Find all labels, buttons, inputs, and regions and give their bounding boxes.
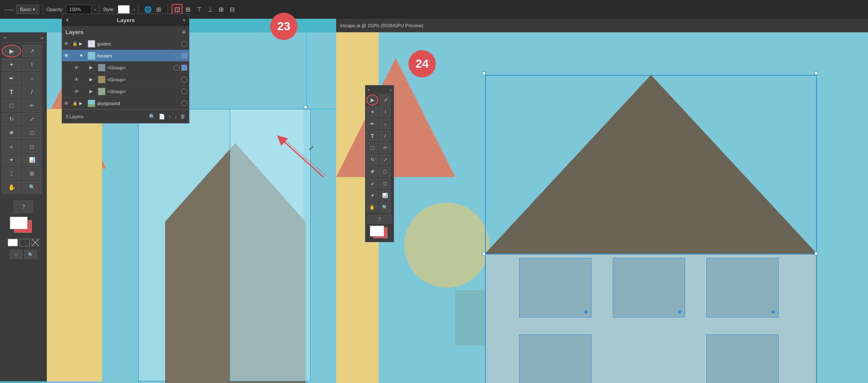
- r-handle-mr[interactable]: [814, 252, 818, 255]
- fill-indicator[interactable]: [8, 239, 18, 246]
- mini-hand-btn[interactable]: ✋: [366, 202, 378, 213]
- mini-type-btn[interactable]: T: [366, 130, 378, 141]
- selection-tool-btn[interactable]: ▶: [2, 45, 21, 57]
- mini-free-btn[interactable]: ⬡: [379, 166, 391, 177]
- layer-eye-g1[interactable]: 👁: [74, 65, 83, 71]
- layer-name-houses[interactable]: houses: [97, 53, 172, 58]
- stroke-style-dropdown[interactable]: Basic ▾: [16, 5, 39, 14]
- rect-btn[interactable]: □: [2, 99, 21, 112]
- hand-btn[interactable]: ✋: [2, 181, 21, 194]
- mini-toolbar-close[interactable]: ×: [367, 87, 370, 92]
- mini-direct-sel-btn[interactable]: ↗: [379, 94, 391, 106]
- r-handle-tl[interactable]: [482, 71, 485, 75]
- layer-name-guides[interactable]: guides: [97, 41, 180, 46]
- layer-eye-guides[interactable]: 👁: [64, 41, 72, 47]
- line-btn[interactable]: /: [22, 86, 42, 98]
- scale-btn[interactable]: ⤢: [22, 113, 42, 126]
- layers-close-btn[interactable]: ×: [66, 17, 69, 23]
- layer-row-group3[interactable]: 👁 ▶ <Group>: [62, 86, 189, 97]
- distribute-btn[interactable]: ⊟: [227, 4, 238, 15]
- layers-menu-btn[interactable]: ≡: [182, 29, 186, 35]
- move-cursor-icon: ⤢: [308, 144, 314, 152]
- mini-anchor-btn[interactable]: ⬦: [379, 118, 391, 129]
- mini-rect-btn[interactable]: □: [366, 142, 378, 153]
- toolbar-expand-icon[interactable]: »: [40, 35, 43, 41]
- slice-btn[interactable]: ⌶: [2, 167, 21, 180]
- anchor-btn[interactable]: ⬦: [22, 72, 42, 85]
- layer-name-g3[interactable]: <Group>: [107, 89, 180, 94]
- layer-arrow-sky[interactable]: ▶: [79, 101, 86, 106]
- question-btn[interactable]: ?: [14, 200, 33, 213]
- chart-btn[interactable]: 📊: [22, 154, 42, 166]
- eyedropper-btn[interactable]: ✦: [2, 154, 21, 166]
- slice-select-btn[interactable]: ⊞: [22, 167, 42, 180]
- layer-row-guides[interactable]: 👁 🔒 ▶ guides: [62, 38, 189, 50]
- r-handle-tr[interactable]: [814, 71, 818, 75]
- mini-toolbar-expand[interactable]: »: [389, 87, 392, 92]
- mini-brush-btn[interactable]: ✏: [379, 142, 391, 153]
- mini-scale-btn[interactable]: ⤢: [379, 154, 391, 165]
- layer-lock-sky[interactable]: 🔒: [72, 101, 79, 106]
- view-preview-btn[interactable]: 🔍: [24, 250, 37, 259]
- mini-sym-btn[interactable]: ❋: [366, 166, 378, 177]
- layer-name-sky[interactable]: sky/ground: [97, 101, 180, 106]
- layer-arrow-g3[interactable]: ▶: [89, 89, 96, 94]
- toolbar-close-icon[interactable]: ×: [3, 35, 6, 41]
- mini-lasso-btn[interactable]: ⌇: [379, 106, 391, 117]
- mini-fg-swatch[interactable]: [370, 226, 384, 237]
- layers-search-icon[interactable]: 🔍: [149, 114, 155, 120]
- mini-zoom-btn[interactable]: 🔍: [379, 202, 391, 213]
- mini-drop-btn[interactable]: ✦: [366, 190, 378, 201]
- layers-expand-btn[interactable]: »: [183, 17, 186, 23]
- layers-move-down-icon[interactable]: ↓: [174, 114, 177, 120]
- layer-eye-g3[interactable]: 👁: [74, 89, 83, 94]
- layer-arrow-houses[interactable]: ▼: [79, 53, 86, 58]
- align-center-btn[interactable]: ⊥: [205, 4, 216, 15]
- mini-pen-btn[interactable]: ✒: [366, 118, 378, 129]
- layer-eye-g2[interactable]: 👁: [74, 77, 83, 83]
- layer-arrow-g2[interactable]: ▶: [89, 77, 96, 82]
- layer-row-group2[interactable]: 👁 ▶ <Group>: [62, 74, 189, 86]
- mini-rotate-btn[interactable]: ↻: [366, 154, 378, 165]
- mini-chart-btn[interactable]: 📊: [379, 190, 391, 201]
- align-top-btn[interactable]: ⊤: [194, 4, 205, 15]
- handle-tr[interactable]: [304, 106, 307, 109]
- layer-name-g2[interactable]: <Group>: [107, 77, 180, 82]
- mini-line-btn[interactable]: /: [379, 130, 391, 141]
- layer-eye-houses[interactable]: 👁: [64, 53, 72, 59]
- rotate-btn[interactable]: ↻: [2, 113, 21, 126]
- layer-name-g1[interactable]: <Group>: [107, 65, 172, 70]
- layer-lock-guides[interactable]: 🔒: [72, 41, 79, 46]
- layer-arrow-guides[interactable]: ▶: [79, 41, 86, 46]
- layer-arrow-g1[interactable]: ▶: [89, 65, 96, 70]
- magic-wand-btn[interactable]: ✦: [2, 58, 21, 71]
- mini-question-btn[interactable]: ?: [367, 214, 392, 224]
- eraser-btn[interactable]: ◻: [22, 140, 42, 153]
- mini-eraser-btn2[interactable]: ◻: [379, 178, 391, 189]
- mini-magic-btn[interactable]: ✦: [366, 106, 378, 117]
- stroke-indicator[interactable]: [20, 239, 30, 246]
- mini-shape-btn[interactable]: ⌀: [366, 178, 378, 189]
- layer-eye-sky[interactable]: 👁: [64, 100, 72, 106]
- layer-row-group1[interactable]: 👁 ▶ <Group>: [62, 62, 189, 74]
- view-normal-btn[interactable]: □: [10, 250, 23, 259]
- layer-row-houses[interactable]: 👁 ▼ houses: [62, 50, 189, 62]
- layers-new-layer-icon[interactable]: 📄: [159, 114, 165, 120]
- fg-color-swatch[interactable]: [10, 217, 28, 229]
- mini-selection-btn[interactable]: ▶: [366, 94, 378, 106]
- direct-selection-btn[interactable]: ↗: [22, 45, 42, 57]
- symbol-btn[interactable]: ❋: [2, 126, 21, 139]
- layer-row-skyground[interactable]: 👁 🔒 ▶ sky/ground: [62, 97, 189, 109]
- pen-btn[interactable]: ✒: [2, 72, 21, 85]
- layers-move-up-icon[interactable]: ↑: [168, 114, 171, 120]
- align-bottom-btn[interactable]: ⊞: [216, 4, 227, 15]
- paintbrush-btn[interactable]: ✏: [22, 99, 42, 112]
- type-btn[interactable]: T: [2, 86, 21, 98]
- free-transform-btn[interactable]: ⬡: [22, 126, 42, 139]
- layers-delete-icon[interactable]: 🗑: [180, 114, 186, 120]
- lasso-btn[interactable]: ⌇: [22, 58, 42, 71]
- shape-builder-btn[interactable]: ⌀: [2, 140, 21, 153]
- opacity-input[interactable]: [66, 5, 91, 14]
- zoom-btn[interactable]: 🔍: [22, 181, 42, 194]
- r-handle-ml[interactable]: [482, 252, 485, 255]
